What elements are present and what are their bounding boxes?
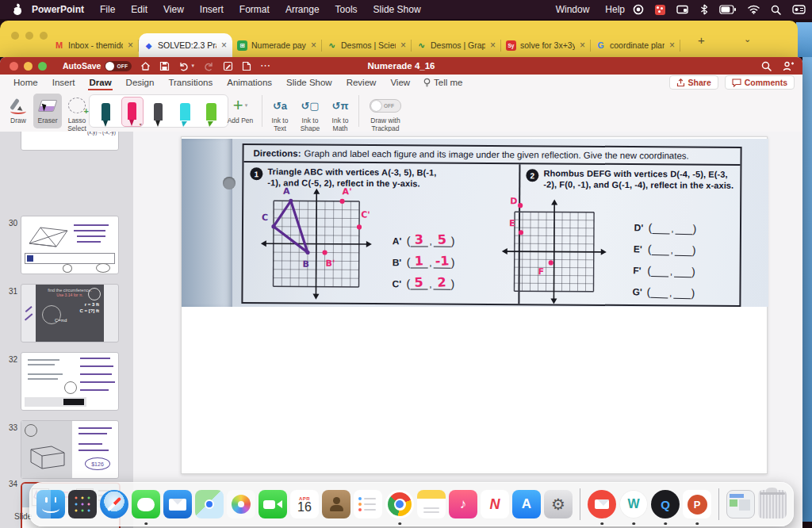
answer-blank-x[interactable]: 5 [410, 274, 427, 289]
new-slide-icon[interactable] [242, 61, 251, 71]
dock-icon-facetime[interactable] [259, 490, 287, 518]
browser-tab-solve-for-3x-3y-1[interactable]: Sysolve for 3x+3y=1× [501, 33, 591, 57]
answer-blank-x[interactable] [650, 282, 668, 299]
current-slide[interactable]: Directions: Graph and label each figure … [181, 136, 768, 474]
more-commands-icon[interactable]: ⋯ [260, 63, 270, 69]
redo-icon[interactable] [203, 61, 214, 71]
dock-icon-maps[interactable] [195, 490, 224, 518]
highlighter-cyan[interactable] [174, 97, 196, 127]
tab-close-icon[interactable]: × [579, 40, 586, 50]
bluetooth-icon[interactable] [700, 4, 708, 15]
browser-tab-inbox-themiddles[interactable]: MInbox - themiddles× [49, 33, 139, 57]
browser-tab-desmos-scientific[interactable]: ∿Desmos | Scientific× [322, 33, 412, 57]
slide-thumbnail[interactable]: find the circumference. Use 3.14 for π. … [21, 284, 119, 342]
tab-close-icon[interactable]: × [310, 40, 317, 50]
autosave-control[interactable]: AutoSave OFF [63, 61, 132, 71]
draw-tool-button[interactable]: Draw [5, 95, 32, 124]
wifi-icon[interactable] [748, 5, 760, 14]
slide-thumbnail[interactable]: $126 [21, 420, 119, 479]
ribbon-tab-insert[interactable]: Insert [45, 75, 82, 90]
home-icon[interactable] [140, 61, 151, 71]
dock-icon-quicktime[interactable]: Q [651, 490, 680, 518]
menu-format[interactable]: Format [232, 4, 278, 15]
dock-icon-mail[interactable] [163, 490, 192, 518]
ribbon-tab-animations[interactable]: Animations [220, 75, 279, 90]
ribbon-tab-home[interactable]: Home [6, 75, 45, 90]
markup-pen-icon[interactable] [223, 61, 233, 71]
window-zoom-button[interactable] [38, 62, 47, 71]
comments-button[interactable]: Comments [725, 75, 795, 90]
lasso-select-button[interactable]: + Lasso Select [65, 95, 89, 132]
answer-blank-x[interactable] [652, 218, 670, 235]
ink-to-math-button[interactable]: ↺π Ink to Math [327, 95, 354, 132]
answer-blank-x[interactable] [651, 239, 669, 256]
dock-icon-powerpoint[interactable]: P [683, 490, 711, 518]
tab-close-icon[interactable]: × [220, 40, 228, 50]
search-icon[interactable] [761, 61, 772, 71]
add-pen-button[interactable]: +▾ Add Pen [224, 95, 257, 124]
record-icon[interactable] [633, 4, 644, 15]
answer-blank-x[interactable]: 3 [411, 231, 428, 247]
answer-blank-y[interactable] [673, 283, 691, 300]
highlighter-green[interactable] [200, 97, 222, 127]
menu-edit[interactable]: Edit [123, 4, 155, 15]
tell-me-button[interactable]: Tell me [417, 78, 469, 87]
new-tab-button[interactable]: + [698, 33, 705, 47]
tab-search-chevron-icon[interactable]: ⌄ [744, 34, 751, 44]
share-profile-icon[interactable] [783, 61, 795, 71]
ribbon-tab-draw[interactable]: Draw [82, 75, 118, 90]
tab-close-icon[interactable]: × [400, 40, 407, 50]
ink-to-shape-button[interactable]: ↺▢ Ink to Shape [295, 95, 325, 132]
menu-view[interactable]: View [155, 4, 192, 15]
dock-icon-news[interactable]: N [481, 490, 509, 518]
ribbon-tab-transitions[interactable]: Transitions [161, 75, 220, 90]
browser-tab-coordinate-plane-1[interactable]: Gcoordinate plane 1× [591, 33, 680, 57]
draw-with-trackpad-control[interactable]: OFF Draw with Trackpad [363, 95, 408, 132]
battery-icon[interactable] [719, 5, 737, 14]
dock-icon-settings[interactable]: ⚙ [544, 490, 573, 518]
window-close-button[interactable] [10, 62, 18, 71]
answer-blank-y[interactable]: 2 [434, 274, 451, 290]
dock-icon-chrome[interactable] [385, 490, 414, 518]
pen-pink-selected[interactable]: ▾ [121, 97, 144, 127]
menu-help[interactable]: Help [597, 4, 633, 15]
dock-icon-photos[interactable] [227, 490, 255, 518]
menu-powerpoint[interactable]: PowerPoint [24, 4, 92, 15]
browser-tab-desmos-graphing[interactable]: ∿Desmos | Graphing× [412, 33, 501, 57]
dock-icon-launchpad[interactable] [68, 490, 97, 518]
ribbon-tab-design[interactable]: Design [119, 75, 162, 90]
tab-close-icon[interactable]: × [668, 40, 676, 50]
menu-insert[interactable]: Insert [192, 4, 232, 15]
ink-to-text-button[interactable]: ↺a Ink to Text [266, 95, 293, 132]
undo-icon[interactable]: ▾ [178, 61, 194, 71]
window-minimize-button[interactable] [24, 62, 33, 71]
ribbon-tab-review[interactable]: Review [339, 75, 384, 90]
browser-close-button[interactable] [11, 32, 19, 40]
dock-icon-music[interactable]: ♪ [449, 490, 477, 518]
dock-icon-appstore[interactable]: A [512, 490, 541, 518]
dock-icon-safari[interactable] [100, 490, 128, 518]
dock-icon-window[interactable] [726, 490, 755, 518]
slide-thumbnail[interactable]: (x,y)→(-x,-y) [21, 132, 119, 151]
browser-minimize-button[interactable] [25, 32, 33, 40]
answer-blank-x[interactable] [651, 261, 669, 277]
dock-icon-trash[interactable] [758, 490, 787, 518]
answer-blank-y[interactable] [675, 240, 693, 257]
dock-icon-wordle[interactable]: W [619, 490, 648, 518]
spotlight-icon[interactable] [771, 5, 781, 15]
dock-icon-finder[interactable] [36, 490, 65, 518]
red-app-icon[interactable] [655, 5, 665, 15]
menu-tools[interactable]: Tools [327, 4, 366, 15]
slide-thumbnail[interactable] [21, 216, 119, 274]
answer-blank-y[interactable] [674, 262, 692, 278]
share-button[interactable]: Share [669, 75, 718, 90]
dock-icon-contacts[interactable] [322, 490, 350, 518]
browser-zoom-button[interactable] [40, 32, 48, 40]
slide-thumbnail[interactable] [21, 352, 119, 411]
answer-blank-y[interactable] [676, 219, 694, 235]
trackpad-toggle[interactable]: OFF [363, 95, 408, 116]
menu-window[interactable]: Window [548, 4, 598, 15]
browser-tab-solved-2-3-practi[interactable]: ◆SOLVED:2.3 Practi× [139, 33, 232, 57]
control-center-icon[interactable] [792, 5, 806, 14]
dock-icon-messages[interactable] [132, 490, 160, 518]
